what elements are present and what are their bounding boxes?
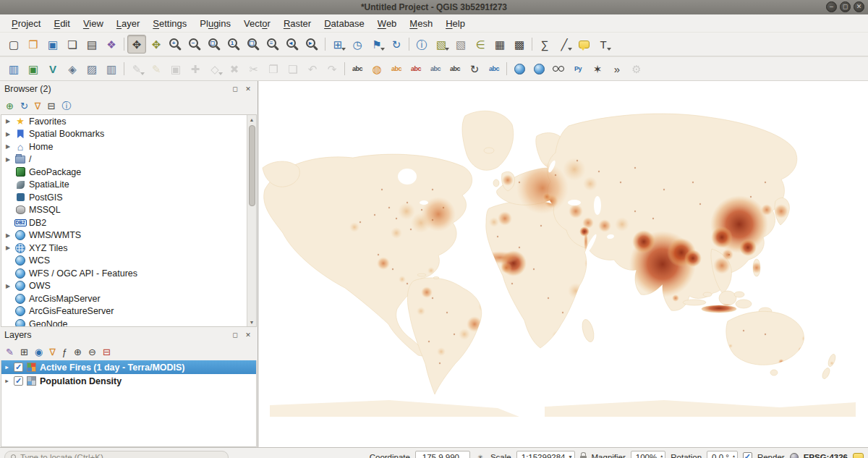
new-virtual-layer-button[interactable]: ▥ bbox=[102, 59, 121, 78]
browser-item-spatial-bookmarks[interactable]: ▶ Spatial Bookmarks bbox=[1, 128, 256, 141]
expand-arrow[interactable]: ▶ bbox=[4, 118, 12, 124]
browser-item-root[interactable]: ▶ / bbox=[1, 153, 256, 166]
title-bar[interactable]: *Untitled Project - QGIS 3b5291f273 –◻✕ bbox=[0, 0, 868, 14]
menu-web[interactable]: Web bbox=[372, 16, 403, 31]
messages-icon[interactable] bbox=[853, 453, 864, 458]
crs-label[interactable]: EPSG:4326 bbox=[804, 453, 848, 458]
map-themes-button[interactable]: ◉ bbox=[35, 347, 43, 357]
add-group-button[interactable]: ⊞ bbox=[20, 347, 28, 357]
deselect-features-button[interactable]: ▧ bbox=[451, 35, 470, 54]
browser-collapse-all-button[interactable]: ⊟ bbox=[48, 101, 56, 111]
layer-active-fires[interactable]: ▸ ✓ Active Fires (1 day - Terra/MODIS) bbox=[1, 360, 256, 374]
browser-filter-button[interactable]: ∇ bbox=[35, 101, 41, 111]
menu-project[interactable]: Project bbox=[6, 16, 46, 31]
layer-styling-button[interactable]: ✎ bbox=[6, 347, 14, 357]
save-edits-button[interactable]: ▣ bbox=[166, 59, 185, 78]
extents-toggle-button[interactable]: ✳ bbox=[475, 452, 485, 458]
data-source-manager-button[interactable]: ▥ bbox=[4, 59, 23, 78]
map-tips-button[interactable] bbox=[574, 35, 593, 54]
browser-item-ows[interactable]: ▶ OWS bbox=[1, 280, 256, 293]
locate-input[interactable]: Type to locate (Ctrl+K) bbox=[4, 451, 229, 458]
close-button[interactable]: ✕ bbox=[854, 1, 864, 12]
zoom-to-selection-button[interactable]: ▢ bbox=[244, 35, 263, 54]
select-by-expression-button[interactable]: ∈ bbox=[471, 35, 490, 54]
rotate-label-button[interactable]: ↻ bbox=[465, 59, 484, 78]
pin-labels-button[interactable]: abc bbox=[387, 59, 406, 78]
python-console-button[interactable]: Py bbox=[569, 59, 587, 78]
browser-item-geopackage[interactable]: GeoPackage bbox=[1, 166, 256, 179]
expand-arrow[interactable]: ▶ bbox=[4, 156, 12, 163]
browser-item-arcgis-feature-server[interactable]: ArcGisFeatureServer bbox=[1, 305, 256, 318]
layer-checkbox[interactable]: ✓ bbox=[14, 362, 23, 372]
redo-button[interactable]: ↷ bbox=[323, 59, 341, 78]
current-edits-button[interactable]: ✎ bbox=[127, 59, 146, 78]
browser-close-button[interactable]: ✕ bbox=[243, 84, 253, 94]
layers-float-button[interactable]: ◻ bbox=[230, 330, 240, 340]
coordinate-input[interactable]: -175,9.990 bbox=[415, 451, 470, 458]
menu-settings[interactable]: Settings bbox=[147, 16, 192, 31]
magnifier-spinbox[interactable]: 100% ▴▾ bbox=[631, 451, 665, 458]
expand-arrow[interactable]: ▶ bbox=[4, 283, 12, 289]
menu-layer[interactable]: Layer bbox=[111, 16, 146, 31]
undo-button[interactable]: ↶ bbox=[303, 59, 322, 78]
new-project-button[interactable]: ▢ bbox=[4, 35, 23, 54]
zoom-in-button[interactable]: + bbox=[166, 35, 185, 54]
render-checkbox[interactable]: ✓ bbox=[743, 452, 752, 458]
layer-expand-arrow[interactable]: ▸ bbox=[4, 378, 10, 384]
browser-item-geonode[interactable]: GeoNode bbox=[1, 318, 256, 327]
select-features-button[interactable]: ▧ bbox=[432, 35, 451, 54]
browser-refresh-button[interactable]: ↻ bbox=[20, 101, 28, 111]
statistics-button[interactable]: ∑ bbox=[535, 35, 554, 54]
plugins-button[interactable]: ✶ bbox=[588, 59, 607, 78]
move-label-button[interactable]: abc bbox=[446, 59, 464, 78]
expand-arrow[interactable]: ▶ bbox=[4, 143, 12, 150]
scrollbar-thumb[interactable] bbox=[249, 125, 255, 206]
vertex-tool-button[interactable]: ◇ bbox=[205, 59, 224, 78]
browser-item-home[interactable]: ▶ Home bbox=[1, 140, 256, 153]
identify-features-button[interactable]: ⓘ bbox=[412, 35, 431, 54]
browser-item-wcs[interactable]: WCS bbox=[1, 255, 256, 268]
menu-mesh[interactable]: Mesh bbox=[404, 16, 438, 31]
browser-item-arcgis-map-server[interactable]: ArcGisMapServer bbox=[1, 292, 256, 305]
menu-database[interactable]: Database bbox=[318, 16, 370, 31]
scroll-down-icon[interactable]: ▼ bbox=[250, 318, 255, 326]
copy-features-button[interactable]: ❐ bbox=[264, 59, 283, 78]
zoom-native-button[interactable]: 1 bbox=[225, 35, 244, 54]
layer-expand-arrow[interactable]: ▸ bbox=[4, 364, 10, 370]
scale-combo[interactable]: 1:15299284 ▾ bbox=[516, 451, 575, 458]
browser-add-layers-button[interactable]: ⊕ bbox=[6, 101, 14, 111]
pan-map-button[interactable]: ✥ bbox=[127, 35, 146, 54]
rotation-spinbox[interactable]: 0.0 ° ▴▾ bbox=[707, 451, 738, 458]
browser-properties-button[interactable]: ⓘ bbox=[61, 101, 71, 111]
menu-help[interactable]: Help bbox=[440, 16, 471, 31]
layer-labeling-button[interactable]: abc bbox=[348, 59, 367, 78]
search-tools-button[interactable] bbox=[549, 59, 568, 78]
refresh-map-button[interactable]: ↻ bbox=[387, 35, 406, 54]
browser-item-postgis[interactable]: PostGIS bbox=[1, 191, 256, 204]
new-spatialite-button[interactable]: ◈ bbox=[63, 59, 82, 78]
zoom-next-button[interactable]: ▸ bbox=[303, 35, 322, 54]
filter-expression-button[interactable]: ƒ bbox=[62, 347, 67, 357]
layer-diagrams-button[interactable]: ◍ bbox=[367, 59, 386, 78]
new-shapefile-button[interactable]: V bbox=[43, 59, 62, 78]
text-annotation-button[interactable]: T bbox=[594, 35, 613, 54]
measure-button[interactable]: ╱ bbox=[555, 35, 574, 54]
browser-item-wfs[interactable]: WFS / OGC API - Features bbox=[1, 267, 256, 280]
zoom-full-button[interactable]: ◻ bbox=[205, 35, 224, 54]
expand-all-button[interactable]: ⊕ bbox=[74, 347, 82, 357]
style-manager-button[interactable]: ❖ bbox=[102, 35, 121, 54]
highlight-labels-button[interactable]: abc bbox=[407, 59, 425, 78]
new-scratch-layer-button[interactable]: ▨ bbox=[82, 59, 101, 78]
minimize-button[interactable]: – bbox=[826, 1, 837, 12]
layers-close-button[interactable]: ✕ bbox=[243, 330, 253, 340]
paste-features-button[interactable]: ❏ bbox=[284, 59, 302, 78]
spatial-bookmarks-button[interactable]: ⚑ bbox=[367, 35, 386, 54]
menu-plugins[interactable]: Plugins bbox=[194, 16, 237, 31]
menu-edit[interactable]: Edit bbox=[48, 16, 75, 31]
expand-arrow[interactable]: ▶ bbox=[4, 131, 12, 137]
layout-manager-button[interactable]: ▤ bbox=[82, 35, 101, 54]
add-feature-button[interactable]: ✚ bbox=[186, 59, 205, 78]
pan-to-selection-button[interactable]: ✥ bbox=[147, 35, 166, 54]
layer-checkbox[interactable]: ✓ bbox=[14, 376, 23, 386]
layer-population-density[interactable]: ▸ ✓ Population Density bbox=[1, 374, 256, 388]
